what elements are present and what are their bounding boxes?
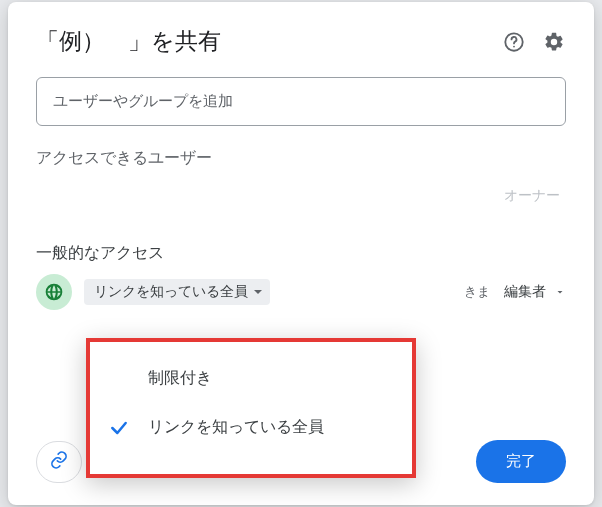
role-hint: きま [464,283,490,301]
general-access-row: リンクを知っている全員 きま 編集者 [36,274,566,310]
access-mode-select[interactable]: リンクを知っている全員 [84,279,270,305]
dropdown-option-restricted[interactable]: 制限付き [90,354,412,403]
add-people-input[interactable]: ユーザーやグループを追加 [36,77,566,126]
svg-point-1 [513,45,515,47]
dropdown-option-label: リンクを知っている全員 [148,417,324,438]
copy-link-button[interactable] [36,441,82,483]
access-mode-label: リンクを知っている全員 [94,283,248,301]
owner-role-label: オーナー [36,187,566,205]
title-icons [502,30,566,54]
gear-icon[interactable] [542,30,566,54]
caret-down-icon [554,286,566,298]
link-icon [49,450,69,474]
access-mode-dropdown: 制限付き リンクを知っている全員 [86,338,416,478]
check-icon [108,418,130,438]
role-select[interactable]: きま 編集者 [464,283,566,301]
title-bar: 「例） 」を共有 [36,26,566,57]
dropdown-option-label: 制限付き [148,368,212,389]
done-button[interactable]: 完了 [476,440,566,483]
people-with-access-label: アクセスできるユーザー [36,148,566,169]
caret-down-icon [254,290,262,298]
dropdown-option-anyone-with-link[interactable]: リンクを知っている全員 [90,403,412,452]
role-label: 編集者 [504,283,546,301]
general-access-label: 一般的なアクセス [36,243,566,264]
help-icon[interactable] [502,30,526,54]
globe-icon [36,274,72,310]
dialog-title: 「例） 」を共有 [36,26,221,57]
